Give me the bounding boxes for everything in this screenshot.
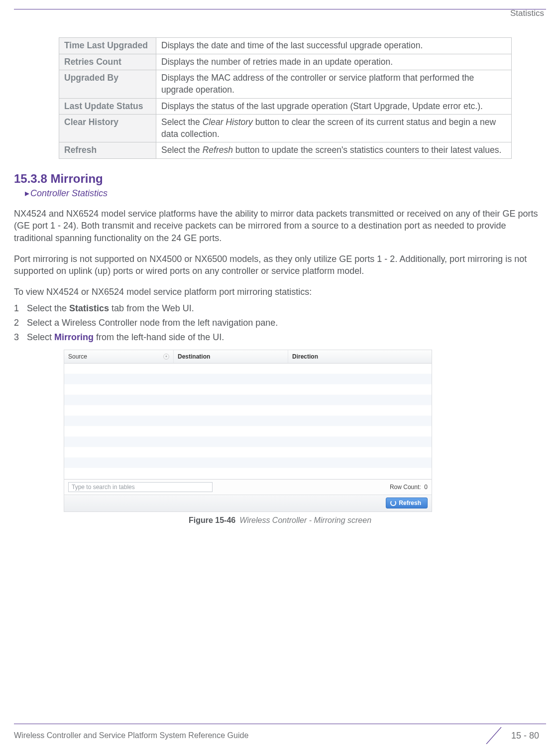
param-label: Upgraded By [59, 70, 156, 98]
refresh-button[interactable]: Refresh [386, 498, 428, 508]
breadcrumb-arrow-icon: ▸ [25, 188, 29, 198]
list-item: 3 Select Mirroring from the left-hand si… [14, 332, 546, 343]
param-label: Clear History [59, 115, 156, 142]
table-toolbar: Refresh [64, 495, 432, 511]
page-header-section: Statistics [14, 8, 546, 18]
param-label: Time Last Upgraded [59, 38, 156, 54]
body-paragraph: To view NX4524 or NX6524 model service p… [14, 286, 546, 298]
param-label: Last Update Status [59, 98, 156, 115]
param-desc: Displays the number of retries made in a… [156, 54, 512, 70]
mirroring-screenshot: Source • Destination Direction Type to s… [64, 350, 432, 512]
param-label: Refresh [59, 142, 156, 159]
param-desc: Displays the MAC address of the controll… [156, 70, 512, 98]
figure-caption: Figure 15-46Wireless Controller - Mirror… [14, 516, 546, 525]
column-header-direction[interactable]: Direction [288, 350, 432, 363]
sort-indicator-icon[interactable]: • [163, 354, 169, 360]
refresh-icon [390, 500, 396, 506]
column-header-destination[interactable]: Destination [174, 350, 288, 363]
breadcrumb[interactable]: ▸Controller Statistics [25, 188, 546, 199]
footer-divider-icon [476, 727, 511, 744]
footer-guide-title: Wireless Controller and Service Platform… [14, 731, 476, 740]
steps-list: 1 Select the Statistics tab from the Web… [14, 303, 546, 343]
list-item: 2 Select a Wireless Controller node from… [14, 318, 546, 328]
search-input[interactable]: Type to search in tables [68, 482, 213, 492]
parameters-table: Time Last Upgraded Displays the date and… [59, 37, 512, 159]
body-paragraph: NX4524 and NX6524 model service platform… [14, 208, 546, 244]
table-footer: Type to search in tables Row Count: 0 [64, 479, 432, 495]
column-header-source[interactable]: Source • [64, 350, 174, 363]
body-paragraph: Port mirroring is not supported on NX450… [14, 253, 546, 277]
table-header-row: Source • Destination Direction [64, 350, 432, 364]
list-item: 1 Select the Statistics tab from the Web… [14, 303, 546, 314]
section-heading: 15.3.8 Mirroring [14, 172, 546, 186]
param-desc: Select the Refresh button to update the … [156, 142, 512, 159]
param-desc: Displays the status of the last upgrade … [156, 98, 512, 115]
param-desc: Displays the date and time of the last s… [156, 38, 512, 54]
svg-line-0 [486, 727, 501, 744]
page-footer: Wireless Controller and Service Platform… [14, 724, 546, 744]
footer-page-number: 15 - 80 [511, 731, 546, 741]
table-body [64, 364, 432, 479]
param-desc: Select the Clear History button to clear… [156, 115, 512, 142]
param-label: Retries Count [59, 54, 156, 70]
row-count: Row Count: 0 [390, 484, 428, 491]
